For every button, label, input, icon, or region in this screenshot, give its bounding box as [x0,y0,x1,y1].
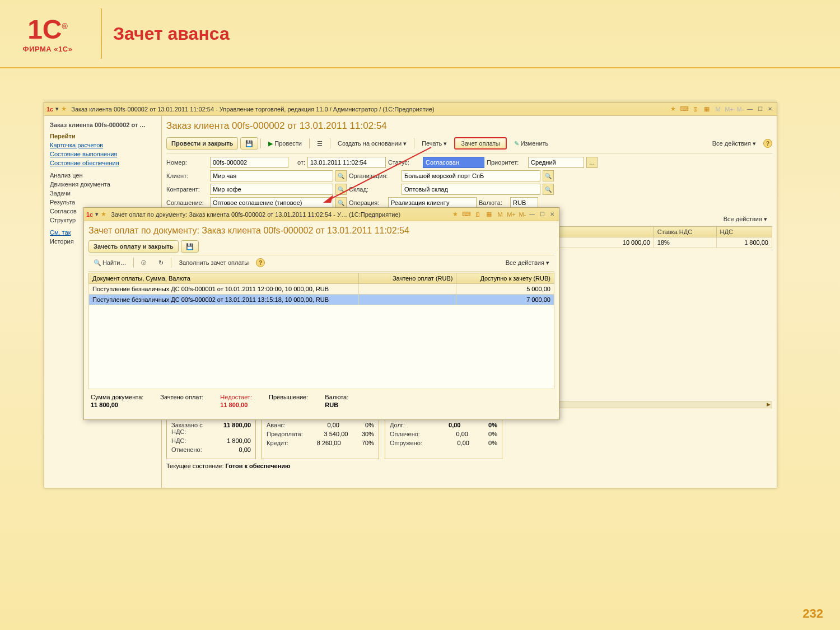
post-button[interactable]: ▶Провести [263,137,307,150]
minimize-icon[interactable]: — [528,210,536,219]
cur-input[interactable] [510,197,538,208]
op-input[interactable] [388,197,477,208]
offset-table[interactable]: Документ оплаты, Сумма, Валюта Зачтено о… [88,273,554,305]
priority-input[interactable] [528,157,584,168]
counter-input[interactable] [210,184,333,195]
list-button[interactable]: ☰ [312,137,328,150]
create-based-button[interactable]: Создать на основании ▾ [333,137,412,150]
cell-vat: 1 800,00 [716,237,772,248]
nav-title: Заказ клиента 00fs-000002 от … [46,119,159,130]
org-label: Организация: [349,172,399,179]
counter-lookup-button[interactable]: 🔍 [335,184,347,195]
calc-icon[interactable]: ⌨ [679,105,689,114]
maximize-icon[interactable]: ☐ [755,105,764,114]
fill-offset-button[interactable]: Заполнить зачет оплаты [174,256,254,269]
offset-modal: 1c ▾ ★ Зачет оплат по документу: Заказ к… [83,207,559,420]
refresh-button[interactable]: ↻ [153,256,169,269]
modal-titlebar[interactable]: 1c ▾ ★ Зачет оплат по документу: Заказ к… [84,208,559,221]
op-label: Операция: [349,199,386,206]
status-line: Текущее состояние: Готов к обеспечению [166,459,772,469]
change-button[interactable]: ✎Изменить [509,137,554,150]
nav-link[interactable]: Результа [46,198,159,207]
mminus-icon[interactable]: M- [735,105,745,114]
save-button[interactable]: 💾 [240,137,258,150]
star-icon[interactable]: ★ [61,105,67,113]
main-titlebar[interactable]: 1c ▾ ★ Заказ клиента 00fs-000002 от 13.0… [44,102,777,116]
priority-lookup-button[interactable]: … [586,157,598,168]
calendar-icon[interactable]: 🗓 [690,105,701,114]
nav-link[interactable]: Состояние обеспечения [46,158,159,167]
page-number: 232 [802,606,823,621]
cur-label: Валюта: [479,199,508,206]
calendar-icon[interactable]: 🗓 [473,210,483,219]
nav-link[interactable]: Состояние выполнения [46,150,159,158]
status-label: Статус: [388,159,421,166]
main-window-title: Заказ клиента 00fs-000002 от 13.01.2011 … [71,106,668,113]
offset-payment-button[interactable]: Зачет оплаты [454,137,506,150]
modal-all-actions[interactable]: Все действия ▾ [501,256,554,269]
nav-link[interactable]: Движения документа [46,180,159,189]
m-icon[interactable]: M [713,105,723,114]
table-row[interactable]: Поступление безналичных ДС 00fs-000002 о… [89,295,554,305]
nav-group-go: Перейти [46,130,159,141]
table-row[interactable]: Поступление безналичных ДС 00fs-000001 о… [89,284,554,295]
close-icon[interactable]: ✕ [548,210,557,219]
doc-title: Заказ клиента 00fs-000002 от 13.01.2011 … [166,118,772,136]
org-lookup-button[interactable]: 🔍 [543,170,554,181]
help-icon[interactable]: ? [256,258,265,267]
mplus-icon[interactable]: M+ [724,105,734,114]
modal-heading: Зачет оплат по документу: Заказ клиента … [88,223,554,239]
find-button[interactable]: 🔍Найти… [88,256,131,269]
nav-link[interactable]: Задачи [46,189,159,198]
page-title: Зачет аванса [113,24,230,44]
status-badge[interactable]: Согласован [423,157,484,168]
wh-label: Склад: [349,186,399,193]
star-icon[interactable]: ★ [101,211,106,218]
nav-link[interactable]: Анализ цен [46,171,159,180]
print-button[interactable]: Печать ▾ [417,137,452,150]
favorite-icon[interactable]: ★ [450,210,460,219]
grid-all-actions[interactable]: Все действия ▾ [718,213,772,225]
th-vat: НДС [716,227,772,237]
post-and-close-button[interactable]: Провести и закрыть [166,137,238,150]
calc-icon[interactable]: ⌨ [461,210,472,219]
priority-label: Приоритет: [487,159,526,166]
mplus-icon[interactable]: M+ [506,210,516,219]
number-label: Номер: [166,159,208,166]
minimize-icon[interactable]: — [745,105,754,114]
date-label: от: [291,159,305,166]
modal-title-text: Зачет оплат по документу: Заказ клиента … [111,211,450,218]
all-actions-button[interactable]: Все действия ▾ [707,137,761,150]
wh-lookup-button[interactable]: 🔍 [543,184,554,195]
header-divider [101,8,102,59]
m-icon[interactable]: M [495,210,505,219]
wh-input[interactable] [402,184,540,195]
date-input[interactable] [307,157,386,168]
maximize-icon[interactable]: ☐ [538,210,547,219]
modal-footer: Сумма документа:11 800,00 Зачтено оплат:… [88,389,554,410]
save-button[interactable]: 💾 [181,240,199,253]
th-vat-rate: Ставка НДС [654,227,716,237]
grid-icon[interactable]: ▦ [484,210,494,219]
mminus-icon[interactable]: M- [517,210,528,219]
dropdown-icon[interactable]: ▾ [55,105,59,113]
client-label: Клиент: [166,172,208,179]
client-lookup-button[interactable]: 🔍 [335,170,347,181]
client-input[interactable] [210,170,333,181]
close-icon[interactable]: ✕ [766,105,774,114]
agr-input[interactable] [210,197,333,208]
number-input[interactable] [210,157,288,168]
clear-button[interactable]: ⦾ [136,256,151,269]
org-input[interactable] [402,170,540,181]
agr-label: Соглашение: [166,199,208,206]
nav-link[interactable]: Карточка расчетов [46,141,159,150]
agr-lookup-button[interactable]: 🔍 [335,197,347,208]
grid-icon[interactable]: ▦ [702,105,712,114]
favorite-icon[interactable]: ★ [668,105,678,114]
apply-offset-button[interactable]: Зачесть оплату и закрыть [88,240,179,253]
counter-label: Контрагент: [166,186,208,193]
cell-vat-rate: 18% [654,237,716,248]
logo-1c: 1С® ФИРМА «1С» [11,14,84,53]
dropdown-icon[interactable]: ▾ [95,211,99,218]
help-icon[interactable]: ? [763,139,772,148]
